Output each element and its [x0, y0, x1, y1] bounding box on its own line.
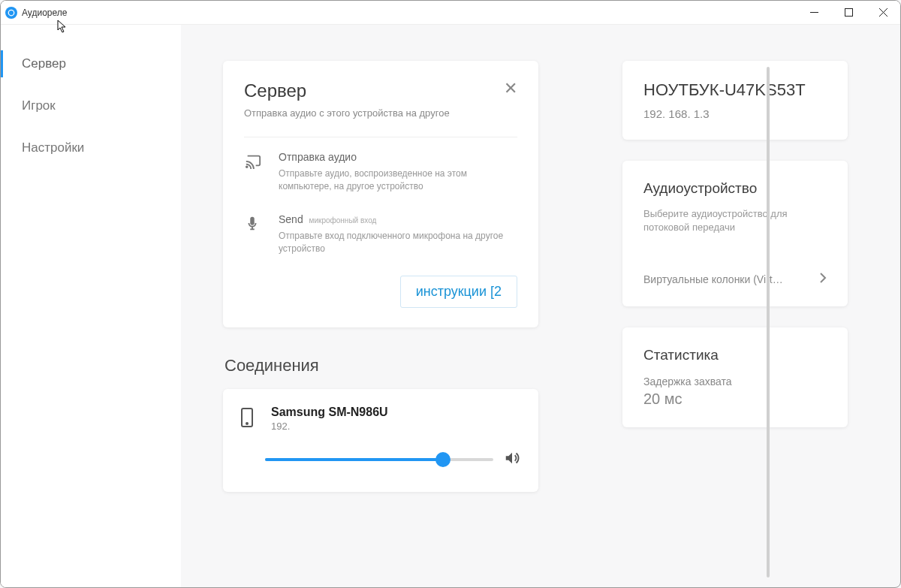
cast-icon	[244, 151, 265, 194]
instructions-button[interactable]: инструкции [2	[400, 276, 517, 308]
divider	[244, 137, 517, 137]
sidebar-item-player[interactable]: Игрок	[1, 85, 181, 127]
titlebar: Аудиореле	[1, 1, 900, 25]
connections-heading: Соединения	[224, 356, 538, 375]
audio-device-card: Аудиоустройство Выберите аудиоустройство…	[622, 161, 848, 306]
option-desc: Отправьте аудио, воспроизведенное на это…	[279, 167, 517, 194]
close-button[interactable]	[866, 1, 900, 25]
sidebar-item-label: Настройки	[22, 140, 84, 155]
card-title: Статистика	[643, 347, 827, 363]
host-ip: 192. 168. 1.3	[643, 107, 827, 120]
sidebar-item-label: Игрок	[22, 98, 56, 113]
card-subtitle: Отправка аудио с этого устройства на дру…	[244, 107, 450, 119]
picker-label: Виртуальные колонки (Virtua…	[643, 273, 786, 285]
svg-point-5	[246, 166, 248, 167]
sidebar: Сервер Игрок Настройки	[1, 25, 181, 588]
stat-value: 20 мс	[643, 390, 827, 408]
scrollbar[interactable]	[767, 67, 770, 577]
card-title: Сервер	[244, 80, 450, 101]
volume-icon[interactable]	[504, 450, 520, 469]
volume-slider[interactable]	[265, 458, 493, 461]
option-title: Send микрофонный вход	[279, 213, 517, 225]
sidebar-item-server[interactable]: Сервер	[1, 43, 181, 85]
chevron-right-icon	[819, 272, 827, 287]
app-icon	[5, 7, 17, 19]
stats-card: Статистика Задержка захвата 20 мс	[622, 327, 848, 427]
connection-card: Samsung SM-N986U 192.	[223, 389, 538, 492]
option-send-mic[interactable]: Send микрофонный вход Отправьте вход под…	[244, 213, 517, 256]
svg-point-0	[8, 10, 14, 16]
card-title: Аудиоустройство	[643, 180, 827, 197]
stat-label: Задержка захвата	[643, 375, 827, 387]
server-card: Сервер Отправка аудио с этого устройства…	[223, 61, 538, 327]
svg-rect-2	[845, 9, 852, 17]
audio-device-picker[interactable]: Виртуальные колонки (Virtua…	[643, 272, 827, 287]
option-title: Отправка аудио	[279, 151, 517, 163]
option-desc: Отправьте вход подключенного микрофона н…	[279, 230, 517, 256]
host-name: НОУТБУК-U47KS53T	[643, 80, 827, 100]
svg-point-9	[246, 423, 248, 424]
sidebar-item-settings[interactable]: Настройки	[1, 127, 181, 169]
connection-ip: 192.	[271, 421, 388, 432]
phone-icon	[241, 406, 258, 430]
window-title: Аудиореле	[22, 8, 67, 18]
host-card: НОУТБУК-U47KS53T 192. 168. 1.3	[622, 61, 848, 140]
slider-thumb[interactable]	[435, 452, 450, 467]
minimize-button[interactable]	[797, 1, 831, 25]
card-desc: Выберите аудиоустройство для потоковой п…	[643, 207, 827, 234]
close-icon[interactable]: ✕	[504, 80, 517, 97]
option-send-audio[interactable]: Отправка аудио Отправьте аудио, воспроиз…	[244, 151, 517, 194]
sidebar-item-label: Сервер	[22, 56, 66, 71]
maximize-button[interactable]	[831, 1, 866, 25]
connection-name: Samsung SM-N986U	[271, 406, 388, 419]
microphone-icon	[244, 213, 265, 256]
